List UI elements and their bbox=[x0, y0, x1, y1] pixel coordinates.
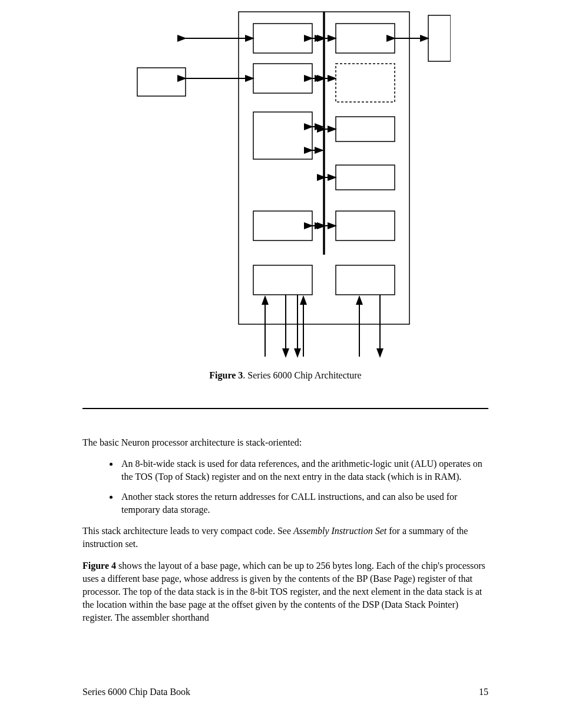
para2-em: Assembly Instruction Set bbox=[293, 526, 386, 536]
svg-rect-2 bbox=[137, 68, 186, 96]
footer-page-number: 15 bbox=[479, 687, 488, 697]
svg-rect-7 bbox=[253, 211, 312, 241]
footer-left: Series 6000 Chip Data Book bbox=[82, 687, 190, 697]
svg-rect-5 bbox=[253, 64, 312, 93]
svg-rect-10 bbox=[336, 64, 395, 102]
para3-bold: Figure 4 bbox=[82, 561, 116, 571]
body-text: The basic Neuron processor architecture … bbox=[82, 436, 488, 624]
svg-rect-14 bbox=[336, 265, 395, 295]
svg-rect-12 bbox=[336, 165, 395, 190]
svg-rect-8 bbox=[253, 265, 312, 295]
figure-caption-text: . Series 6000 Chip Architecture bbox=[243, 370, 361, 380]
bullet-item-2: Another stack stores the return addresse… bbox=[119, 490, 488, 516]
para2-a: This stack architecture leads to very co… bbox=[82, 526, 293, 536]
svg-rect-9 bbox=[336, 24, 395, 53]
page: Figure 3. Series 6000 Chip Architecture … bbox=[0, 0, 562, 728]
content-area: Figure 3. Series 6000 Chip Architecture … bbox=[82, 0, 488, 728]
paragraph-3: Figure 4 shows the layout of a base page… bbox=[82, 559, 488, 624]
figure-caption: Figure 3. Series 6000 Chip Architecture bbox=[82, 370, 488, 409]
paragraph-2: This stack architecture leads to very co… bbox=[82, 525, 488, 551]
bullet-list: An 8-bit-wide stack is used for data ref… bbox=[82, 457, 488, 516]
page-footer: Series 6000 Chip Data Book 15 bbox=[82, 687, 488, 697]
architecture-diagram bbox=[121, 0, 451, 360]
svg-rect-3 bbox=[428, 15, 451, 61]
figure-label: Figure 3 bbox=[209, 370, 243, 380]
intro-paragraph: The basic Neuron processor architecture … bbox=[82, 436, 488, 449]
para3-rest: shows the layout of a base page, which c… bbox=[82, 561, 485, 622]
svg-rect-13 bbox=[336, 211, 395, 241]
svg-rect-4 bbox=[253, 24, 312, 53]
svg-rect-6 bbox=[253, 112, 312, 159]
svg-rect-11 bbox=[336, 117, 395, 141]
bullet-item-1: An 8-bit-wide stack is used for data ref… bbox=[119, 457, 488, 483]
